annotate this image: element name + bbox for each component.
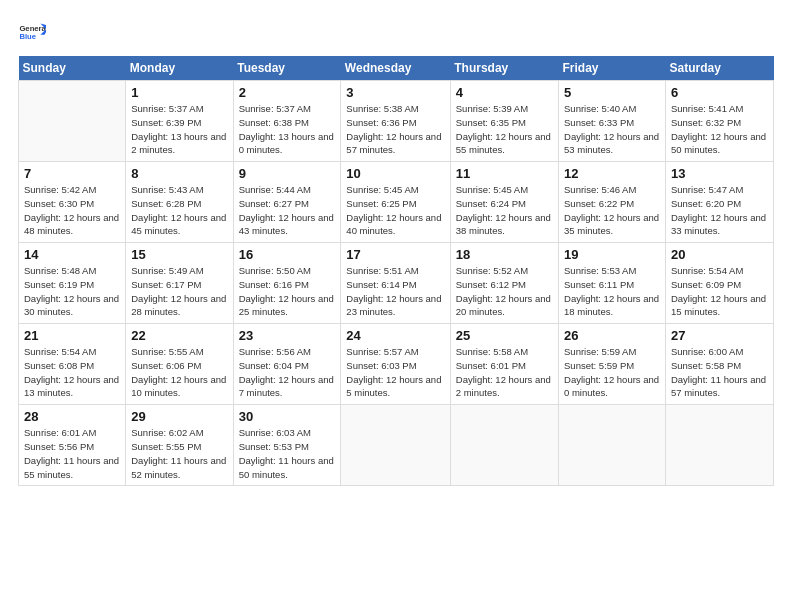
day-number: 1 <box>131 85 227 100</box>
calendar-cell: 28Sunrise: 6:01 AMSunset: 5:56 PMDayligh… <box>19 405 126 486</box>
day-info: Sunrise: 6:02 AMSunset: 5:55 PMDaylight:… <box>131 426 227 481</box>
calendar-cell: 4Sunrise: 5:39 AMSunset: 6:35 PMDaylight… <box>450 81 558 162</box>
day-number: 17 <box>346 247 444 262</box>
calendar-cell: 13Sunrise: 5:47 AMSunset: 6:20 PMDayligh… <box>665 162 773 243</box>
calendar-cell: 19Sunrise: 5:53 AMSunset: 6:11 PMDayligh… <box>559 243 666 324</box>
day-info: Sunrise: 5:57 AMSunset: 6:03 PMDaylight:… <box>346 345 444 400</box>
weekday-header-row: SundayMondayTuesdayWednesdayThursdayFrid… <box>19 56 774 81</box>
calendar-cell: 3Sunrise: 5:38 AMSunset: 6:36 PMDaylight… <box>341 81 450 162</box>
logo-icon: General Blue <box>18 18 46 46</box>
weekday-tuesday: Tuesday <box>233 56 341 81</box>
calendar-cell: 11Sunrise: 5:45 AMSunset: 6:24 PMDayligh… <box>450 162 558 243</box>
week-row-5: 28Sunrise: 6:01 AMSunset: 5:56 PMDayligh… <box>19 405 774 486</box>
day-number: 25 <box>456 328 553 343</box>
weekday-friday: Friday <box>559 56 666 81</box>
day-info: Sunrise: 5:47 AMSunset: 6:20 PMDaylight:… <box>671 183 768 238</box>
calendar-cell: 9Sunrise: 5:44 AMSunset: 6:27 PMDaylight… <box>233 162 341 243</box>
calendar-cell: 7Sunrise: 5:42 AMSunset: 6:30 PMDaylight… <box>19 162 126 243</box>
day-info: Sunrise: 5:51 AMSunset: 6:14 PMDaylight:… <box>346 264 444 319</box>
day-info: Sunrise: 5:44 AMSunset: 6:27 PMDaylight:… <box>239 183 336 238</box>
day-info: Sunrise: 5:39 AMSunset: 6:35 PMDaylight:… <box>456 102 553 157</box>
day-info: Sunrise: 5:56 AMSunset: 6:04 PMDaylight:… <box>239 345 336 400</box>
day-info: Sunrise: 5:48 AMSunset: 6:19 PMDaylight:… <box>24 264 120 319</box>
day-number: 6 <box>671 85 768 100</box>
day-info: Sunrise: 5:45 AMSunset: 6:25 PMDaylight:… <box>346 183 444 238</box>
day-info: Sunrise: 5:46 AMSunset: 6:22 PMDaylight:… <box>564 183 660 238</box>
weekday-thursday: Thursday <box>450 56 558 81</box>
week-row-4: 21Sunrise: 5:54 AMSunset: 6:08 PMDayligh… <box>19 324 774 405</box>
weekday-wednesday: Wednesday <box>341 56 450 81</box>
day-info: Sunrise: 5:59 AMSunset: 5:59 PMDaylight:… <box>564 345 660 400</box>
weekday-monday: Monday <box>126 56 233 81</box>
calendar-cell: 6Sunrise: 5:41 AMSunset: 6:32 PMDaylight… <box>665 81 773 162</box>
calendar-cell: 10Sunrise: 5:45 AMSunset: 6:25 PMDayligh… <box>341 162 450 243</box>
weekday-sunday: Sunday <box>19 56 126 81</box>
calendar-cell: 17Sunrise: 5:51 AMSunset: 6:14 PMDayligh… <box>341 243 450 324</box>
day-number: 15 <box>131 247 227 262</box>
calendar-cell <box>559 405 666 486</box>
calendar-cell: 23Sunrise: 5:56 AMSunset: 6:04 PMDayligh… <box>233 324 341 405</box>
calendar: SundayMondayTuesdayWednesdayThursdayFrid… <box>18 56 774 486</box>
day-number: 4 <box>456 85 553 100</box>
calendar-cell: 27Sunrise: 6:00 AMSunset: 5:58 PMDayligh… <box>665 324 773 405</box>
calendar-cell: 29Sunrise: 6:02 AMSunset: 5:55 PMDayligh… <box>126 405 233 486</box>
day-number: 22 <box>131 328 227 343</box>
day-info: Sunrise: 5:55 AMSunset: 6:06 PMDaylight:… <box>131 345 227 400</box>
day-number: 16 <box>239 247 336 262</box>
day-info: Sunrise: 5:45 AMSunset: 6:24 PMDaylight:… <box>456 183 553 238</box>
day-number: 2 <box>239 85 336 100</box>
calendar-cell: 12Sunrise: 5:46 AMSunset: 6:22 PMDayligh… <box>559 162 666 243</box>
calendar-cell: 22Sunrise: 5:55 AMSunset: 6:06 PMDayligh… <box>126 324 233 405</box>
week-row-3: 14Sunrise: 5:48 AMSunset: 6:19 PMDayligh… <box>19 243 774 324</box>
day-number: 5 <box>564 85 660 100</box>
day-info: Sunrise: 5:38 AMSunset: 6:36 PMDaylight:… <box>346 102 444 157</box>
day-number: 20 <box>671 247 768 262</box>
day-info: Sunrise: 5:52 AMSunset: 6:12 PMDaylight:… <box>456 264 553 319</box>
day-number: 18 <box>456 247 553 262</box>
day-info: Sunrise: 5:58 AMSunset: 6:01 PMDaylight:… <box>456 345 553 400</box>
calendar-cell <box>450 405 558 486</box>
calendar-cell: 25Sunrise: 5:58 AMSunset: 6:01 PMDayligh… <box>450 324 558 405</box>
day-info: Sunrise: 5:54 AMSunset: 6:09 PMDaylight:… <box>671 264 768 319</box>
page: General Blue SundayMondayTuesdayWednesda… <box>0 0 792 612</box>
day-number: 29 <box>131 409 227 424</box>
day-info: Sunrise: 5:40 AMSunset: 6:33 PMDaylight:… <box>564 102 660 157</box>
calendar-cell: 24Sunrise: 5:57 AMSunset: 6:03 PMDayligh… <box>341 324 450 405</box>
day-info: Sunrise: 5:37 AMSunset: 6:38 PMDaylight:… <box>239 102 336 157</box>
day-number: 9 <box>239 166 336 181</box>
day-number: 19 <box>564 247 660 262</box>
day-info: Sunrise: 5:49 AMSunset: 6:17 PMDaylight:… <box>131 264 227 319</box>
day-number: 14 <box>24 247 120 262</box>
day-info: Sunrise: 5:50 AMSunset: 6:16 PMDaylight:… <box>239 264 336 319</box>
day-number: 30 <box>239 409 336 424</box>
svg-text:Blue: Blue <box>19 32 36 41</box>
day-number: 8 <box>131 166 227 181</box>
day-number: 28 <box>24 409 120 424</box>
calendar-cell: 15Sunrise: 5:49 AMSunset: 6:17 PMDayligh… <box>126 243 233 324</box>
day-info: Sunrise: 6:03 AMSunset: 5:53 PMDaylight:… <box>239 426 336 481</box>
calendar-cell: 2Sunrise: 5:37 AMSunset: 6:38 PMDaylight… <box>233 81 341 162</box>
day-info: Sunrise: 5:41 AMSunset: 6:32 PMDaylight:… <box>671 102 768 157</box>
calendar-cell <box>19 81 126 162</box>
calendar-cell: 18Sunrise: 5:52 AMSunset: 6:12 PMDayligh… <box>450 243 558 324</box>
calendar-cell <box>665 405 773 486</box>
day-number: 26 <box>564 328 660 343</box>
day-number: 11 <box>456 166 553 181</box>
day-number: 23 <box>239 328 336 343</box>
calendar-cell: 5Sunrise: 5:40 AMSunset: 6:33 PMDaylight… <box>559 81 666 162</box>
calendar-cell: 21Sunrise: 5:54 AMSunset: 6:08 PMDayligh… <box>19 324 126 405</box>
day-info: Sunrise: 5:42 AMSunset: 6:30 PMDaylight:… <box>24 183 120 238</box>
logo: General Blue <box>18 18 50 46</box>
day-info: Sunrise: 6:01 AMSunset: 5:56 PMDaylight:… <box>24 426 120 481</box>
day-number: 7 <box>24 166 120 181</box>
day-number: 21 <box>24 328 120 343</box>
day-info: Sunrise: 5:54 AMSunset: 6:08 PMDaylight:… <box>24 345 120 400</box>
header: General Blue <box>18 18 774 46</box>
calendar-cell <box>341 405 450 486</box>
calendar-cell: 30Sunrise: 6:03 AMSunset: 5:53 PMDayligh… <box>233 405 341 486</box>
calendar-cell: 1Sunrise: 5:37 AMSunset: 6:39 PMDaylight… <box>126 81 233 162</box>
day-info: Sunrise: 5:37 AMSunset: 6:39 PMDaylight:… <box>131 102 227 157</box>
calendar-cell: 26Sunrise: 5:59 AMSunset: 5:59 PMDayligh… <box>559 324 666 405</box>
week-row-2: 7Sunrise: 5:42 AMSunset: 6:30 PMDaylight… <box>19 162 774 243</box>
day-number: 10 <box>346 166 444 181</box>
